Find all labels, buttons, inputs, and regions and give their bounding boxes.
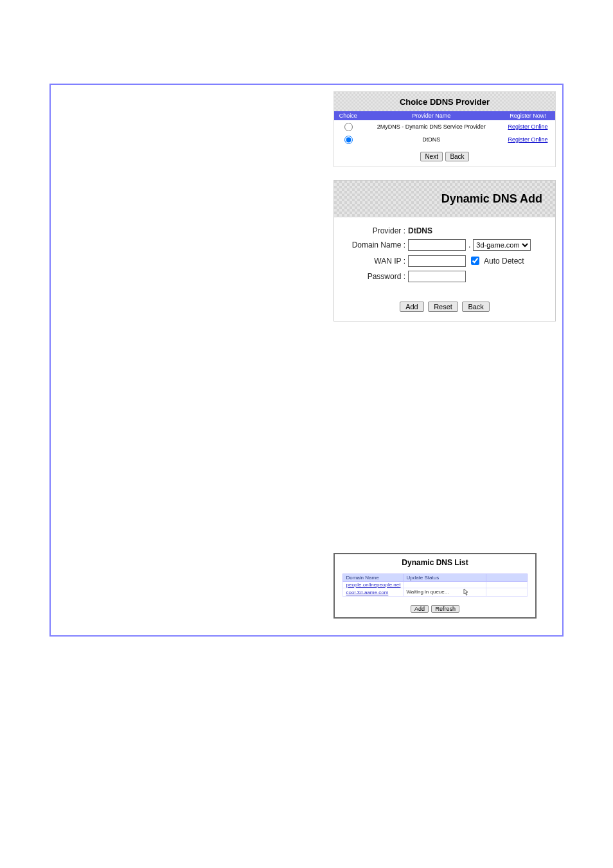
back-button-2[interactable]: Back [462, 302, 489, 312]
provider-name-1: DtDNS [362, 133, 501, 146]
password-input[interactable] [408, 271, 466, 282]
choice-ddns-panel: Choice DDNS Provider Choice Provider Nam… [333, 91, 556, 167]
panel3-buttons: Add Refresh [335, 601, 535, 617]
col-choice: Choice [334, 111, 362, 120]
row-wanip: WAN IP : Auto Detect [347, 255, 542, 267]
provider-value: DtDNS [408, 226, 432, 235]
panel1-buttons: Next Back [334, 150, 555, 161]
provider-table: Choice Provider Name Register Now! 2MyDN… [334, 111, 555, 146]
domain-separator: . [468, 240, 470, 249]
left-spacer [51, 85, 327, 635]
list-add-button[interactable]: Add [411, 605, 429, 613]
status-1: Waiting in queue... [404, 588, 486, 597]
dns-add-form: Provider : DtDNS Domain Name : . 3d-game… [334, 217, 555, 295]
domain-link-1[interactable]: cool.3d-aame.com [346, 590, 388, 595]
col-register: Register Now! [501, 111, 555, 120]
panel2-buttons: Add Reset Back [334, 295, 555, 321]
col-status: Update Status [404, 574, 486, 582]
wanip-input[interactable] [408, 255, 466, 267]
cursor-icon [463, 588, 470, 596]
label-domain: Domain Name : [347, 240, 408, 249]
auto-detect-label: Auto Detect [484, 257, 524, 266]
dns-list-table: Domain Name Update Status people.onlinep… [342, 574, 527, 597]
dns-add-header: Dynamic DNS Add [334, 181, 555, 217]
label-provider: Provider : [347, 226, 408, 235]
dns-add-title: Dynamic DNS Add [441, 192, 542, 205]
register-link-0[interactable]: Register Online [508, 123, 547, 130]
choice-radio-1[interactable] [344, 136, 353, 144]
next-button[interactable]: Next [420, 152, 443, 161]
auto-detect-checkbox[interactable] [471, 257, 479, 265]
label-password: Password : [347, 272, 408, 281]
list-refresh-button[interactable]: Refresh [431, 605, 459, 613]
col-provider: Provider Name [362, 111, 501, 120]
dns-list-title: Dynamic DNS List [335, 554, 535, 574]
domain-suffix-select[interactable]: 3d-game.com [473, 239, 531, 251]
col-blank [486, 574, 527, 582]
choice-ddns-title: Choice DDNS Provider [400, 97, 490, 107]
choice-ddns-header: Choice DDNS Provider [334, 92, 555, 111]
back-button[interactable]: Back [445, 152, 468, 161]
dns-list-panel: Dynamic DNS List Domain Name Update Stat… [333, 553, 537, 619]
row-provider: Provider : DtDNS [347, 226, 542, 235]
table-row: 2MyDNS - Dynamic DNS Service Provider Re… [334, 120, 555, 133]
status-0 [404, 582, 486, 588]
choice-radio-0[interactable] [344, 123, 353, 131]
domain-link-0[interactable]: people.onlinepeople.net [346, 582, 400, 588]
dns-add-panel: Dynamic DNS Add Provider : DtDNS Domain … [333, 180, 556, 321]
right-content: Choice DDNS Provider Choice Provider Nam… [327, 85, 562, 635]
list-row: people.onlinepeople.net [343, 582, 527, 588]
domain-input[interactable] [408, 239, 466, 251]
provider-name-0: 2MyDNS - Dynamic DNS Service Provider [362, 120, 501, 133]
label-wanip: WAN IP : [347, 257, 408, 266]
add-button[interactable]: Add [400, 302, 424, 312]
row-domain: Domain Name : . 3d-game.com [347, 239, 542, 251]
row-password: Password : [347, 271, 542, 282]
document-frame: Choice DDNS Provider Choice Provider Nam… [49, 84, 564, 637]
register-link-1[interactable]: Register Online [508, 136, 547, 143]
reset-button[interactable]: Reset [428, 302, 458, 312]
list-row: cool.3d-aame.com Waiting in queue... [343, 588, 527, 597]
table-row: DtDNS Register Online [334, 133, 555, 146]
col-domain: Domain Name [343, 574, 404, 582]
